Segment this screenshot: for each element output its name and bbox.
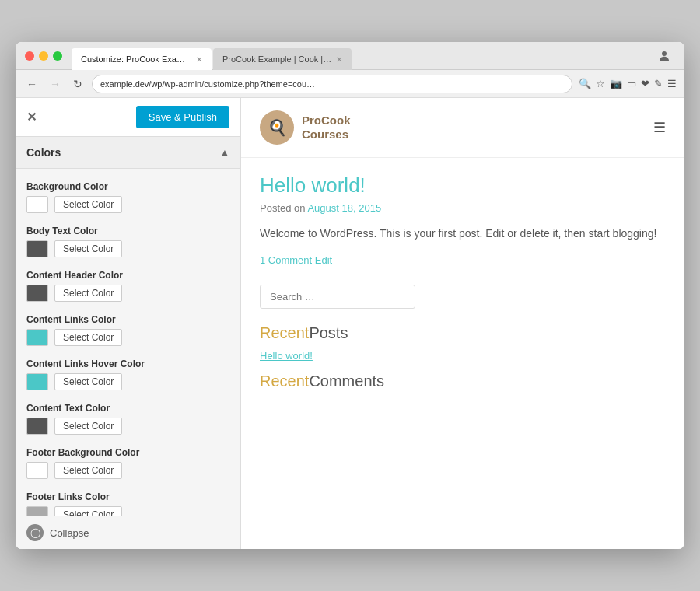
post-footer-link[interactable]: 1 Comment Edit [260, 254, 666, 266]
footer-bg-color-row: Select Color [26, 462, 229, 479]
recent-posts-widget-title: RecentPosts [260, 324, 666, 342]
site-name: ProCook Courses [302, 114, 351, 142]
recent-posts-suffix: Posts [309, 324, 348, 341]
body-text-color-row: Select Color [26, 240, 229, 257]
background-color-label: Background Color [26, 181, 229, 192]
profile-icon [657, 49, 671, 63]
footer-bg-color-select-btn[interactable]: Select Color [54, 462, 122, 479]
save-publish-button[interactable]: Save & Publish [136, 106, 229, 128]
minimize-traffic-light[interactable] [39, 51, 48, 61]
color-option-background: Background Color Select Color [16, 175, 240, 219]
footer-links-color-row: Select Color [26, 506, 229, 516]
colors-section-title: Colors [26, 146, 61, 159]
search-icon[interactable]: 🔍 [579, 78, 591, 89]
tab-customize[interactable]: Customize: ProCook Exam… ✕ [72, 48, 212, 70]
forward-button[interactable]: → [47, 76, 64, 92]
sidebar-close-button[interactable]: ✕ [26, 110, 37, 124]
address-input[interactable] [92, 75, 572, 93]
collapse-icon: ◯ [26, 524, 44, 541]
content-text-color-select-btn[interactable]: Select Color [54, 418, 122, 435]
recent-posts-prefix: Recent [260, 324, 309, 341]
logo-icon: 🍳 [260, 110, 294, 145]
content-links-hover-color-select-btn[interactable]: Select Color [54, 373, 122, 390]
address-bar: ← → ↻ 🔍 ☆ 📷 ▭ ❤ ✎ ☰ [16, 70, 684, 98]
preview-header: 🍳 ProCook Courses ☰ [241, 98, 684, 158]
sidebar-header: ✕ Save & Publish [16, 98, 240, 137]
close-traffic-light[interactable] [25, 51, 34, 61]
post-title: Hello world! [260, 173, 666, 198]
title-bar: Customize: ProCook Exam… ✕ ProCook Examp… [16, 42, 684, 70]
main-layout: ✕ Save & Publish Colors ▲ Background Col… [16, 98, 684, 549]
recent-comments-widget-title: RecentComments [260, 372, 666, 390]
sidebar-footer: ◯ Collapse [16, 516, 240, 549]
site-name-line1: ProCook [302, 114, 351, 128]
profile-icon-area [653, 45, 675, 67]
color-option-footer-links: Footer Links Color Select Color [16, 485, 240, 516]
preview-pane: 🍳 ProCook Courses ☰ Hello world! Posted … [241, 98, 684, 549]
tab-procook-close[interactable]: ✕ [336, 55, 342, 64]
body-text-color-label: Body Text Color [26, 226, 229, 236]
color-option-content-links-hover: Content Links Hover Color Select Color [16, 352, 240, 397]
pen-icon[interactable]: ✎ [654, 78, 663, 89]
back-button[interactable]: ← [23, 76, 40, 92]
content-links-hover-color-swatch [26, 373, 48, 390]
menu-icon[interactable]: ☰ [667, 78, 677, 89]
search-input[interactable] [260, 285, 415, 309]
heart-icon[interactable]: ❤ [641, 78, 649, 89]
maximize-traffic-light[interactable] [53, 51, 62, 61]
color-option-content-header: Content Header Color Select Color [16, 264, 240, 308]
footer-links-color-select-btn[interactable]: Select Color [54, 506, 122, 516]
section-collapse-arrow[interactable]: ▲ [220, 147, 229, 158]
svg-point-0 [662, 51, 667, 56]
tab-procook-title: ProCook Example | Cook |… [222, 54, 331, 64]
content-header-color-swatch [26, 285, 48, 302]
toolbar-icons: 🔍 ☆ 📷 ▭ ❤ ✎ ☰ [579, 78, 677, 89]
content-links-color-row: Select Color [26, 329, 229, 346]
preview-menu-icon[interactable]: ☰ [653, 119, 666, 136]
content-links-color-label: Content Links Color [26, 314, 229, 325]
background-color-select-btn[interactable]: Select Color [54, 196, 122, 213]
tab-procook[interactable]: ProCook Example | Cook |… ✕ [213, 48, 352, 70]
body-text-color-swatch [26, 240, 48, 257]
footer-bg-color-label: Footer Background Color [26, 447, 229, 458]
post-body: Welcome to WordPress. This is your first… [260, 225, 666, 242]
collapse-label[interactable]: Collapse [50, 527, 89, 539]
recent-comments-prefix: Recent [260, 372, 309, 390]
color-options-list: Background Color Select Color Body Text … [16, 169, 240, 516]
content-text-color-swatch [26, 418, 48, 435]
recent-post-link[interactable]: Hello world! [260, 350, 666, 362]
color-option-body-text: Body Text Color Select Color [16, 219, 240, 264]
body-text-color-select-btn[interactable]: Select Color [54, 240, 122, 257]
colors-section-header: Colors ▲ [16, 137, 240, 169]
recent-comments-suffix: Comments [309, 372, 384, 390]
color-option-content-text: Content Text Color Select Color [16, 397, 240, 441]
browser-tabs: Customize: ProCook Exam… ✕ ProCook Examp… [72, 42, 653, 69]
content-header-color-select-btn[interactable]: Select Color [54, 285, 122, 302]
background-color-row: Select Color [26, 196, 229, 213]
preview-content: Hello world! Posted on August 18, 2015 W… [241, 158, 684, 414]
post-meta-prefix: Posted on [260, 202, 307, 214]
color-option-footer-bg: Footer Background Color Select Color [16, 441, 240, 485]
traffic-lights [25, 51, 62, 61]
screen-icon[interactable]: ▭ [627, 78, 636, 89]
color-option-content-links: Content Links Color Select Color [16, 308, 240, 352]
tab-customize-close[interactable]: ✕ [196, 55, 202, 64]
site-logo: 🍳 ProCook Courses [260, 110, 351, 145]
content-links-color-select-btn[interactable]: Select Color [54, 329, 122, 346]
star-icon[interactable]: ☆ [596, 78, 605, 89]
content-text-color-label: Content Text Color [26, 403, 229, 414]
reload-button[interactable]: ↻ [70, 76, 86, 92]
content-text-color-row: Select Color [26, 418, 229, 435]
customizer-sidebar: ✕ Save & Publish Colors ▲ Background Col… [16, 98, 241, 549]
footer-links-color-swatch [26, 506, 48, 516]
site-name-line2: Courses [302, 128, 351, 142]
content-links-color-swatch [26, 329, 48, 346]
tab-customize-title: Customize: ProCook Exam… [81, 54, 191, 64]
content-header-color-label: Content Header Color [26, 270, 229, 281]
post-meta-date[interactable]: August 18, 2015 [307, 202, 381, 214]
content-links-hover-color-row: Select Color [26, 373, 229, 390]
browser-window: Customize: ProCook Exam… ✕ ProCook Examp… [16, 42, 684, 549]
post-meta: Posted on August 18, 2015 [260, 202, 666, 214]
footer-bg-color-swatch [26, 462, 48, 479]
camera-icon[interactable]: 📷 [610, 78, 622, 89]
